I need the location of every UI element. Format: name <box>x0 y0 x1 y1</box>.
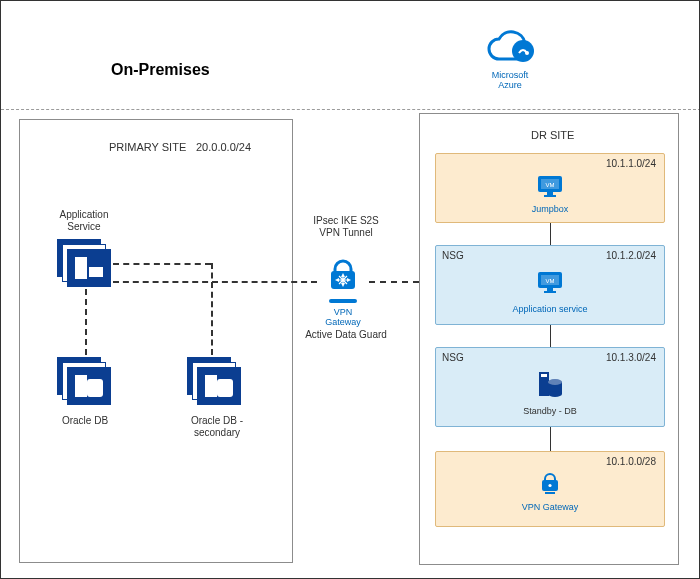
svg-text:VM: VM <box>546 278 555 284</box>
svg-rect-25 <box>545 492 555 494</box>
connector-app-to-secondary-v <box>211 263 213 355</box>
primary-site-cidr: 20.0.0.0/24 <box>196 141 251 153</box>
jumpbox-vm-icon: VM <box>535 172 565 204</box>
svg-rect-14 <box>547 288 553 291</box>
connector-app-to-db <box>85 289 87 355</box>
subnet-jumpbox-label: Jumpbox <box>436 204 664 214</box>
subnet-standby-label: Standby - DB <box>436 406 664 416</box>
primary-site-title: PRIMARY SITE <box>109 141 186 153</box>
svg-rect-18 <box>541 374 547 377</box>
connector-standby-to-vpn <box>550 427 551 451</box>
active-data-guard-label: Active Data Guard <box>301 329 391 340</box>
application-service-icon <box>57 239 111 287</box>
subnet-standby-db: NSG 10.1.3.0/24 Standby - DB <box>435 347 665 427</box>
subnet-standby-cidr: 10.1.3.0/24 <box>606 352 656 363</box>
vpn-gateway-icon <box>323 255 363 295</box>
oracle-db-secondary-label: Oracle DB - secondary <box>181 415 253 439</box>
standby-db-icon <box>535 368 565 402</box>
connector-vpn-to-dr <box>369 281 419 283</box>
application-service-label: Application Service <box>49 209 119 233</box>
svg-text:VM: VM <box>546 182 555 188</box>
subnet-jumpbox: 10.1.1.0/24 VM Jumpbox <box>435 153 665 223</box>
subnet-vpn-label: VPN Gateway <box>436 502 664 512</box>
oracle-db-secondary-icon <box>187 357 241 405</box>
svg-rect-15 <box>544 291 556 293</box>
svg-point-21 <box>548 391 562 397</box>
subnet-app-cidr: 10.1.2.0/24 <box>606 250 656 261</box>
vpn-gateway-mini-icon <box>537 470 563 498</box>
connector-app-to-secondary-h <box>113 263 211 265</box>
subnet-app-service: NSG 10.1.2.0/24 VM Application service <box>435 245 665 325</box>
connector-jumpbox-to-app <box>550 223 551 245</box>
onprem-heading: On-Premises <box>111 61 210 79</box>
vpn-gateway-center: VPN Gateway <box>317 255 369 327</box>
azure-cloud-icon <box>479 29 539 69</box>
svg-point-22 <box>548 379 562 385</box>
header-separator <box>1 109 700 110</box>
vpn-gateway-label: VPN Gateway <box>317 307 369 327</box>
svg-rect-9 <box>547 192 553 195</box>
diagram-canvas: On-Premises Microsoft Azure PRIMARY SITE… <box>0 0 700 579</box>
app-service-vm-icon: VM <box>535 268 565 300</box>
ipsec-tunnel-label: IPsec IKE S2S VPN Tunnel <box>311 215 381 239</box>
oracle-db-primary-icon <box>57 357 111 405</box>
primary-site-box <box>19 119 293 563</box>
svg-rect-10 <box>544 195 556 197</box>
svg-point-1 <box>525 51 529 55</box>
subnet-jumpbox-cidr: 10.1.1.0/24 <box>606 158 656 169</box>
connector-app-to-standby <box>550 325 551 347</box>
subnet-app-label: Application service <box>436 304 664 314</box>
svg-point-24 <box>548 484 551 487</box>
subnet-app-nsg: NSG <box>442 250 464 261</box>
subnet-vpn-cidr: 10.1.0.0/28 <box>606 456 656 467</box>
oracle-db-primary-label: Oracle DB <box>55 415 115 427</box>
connector-onprem-to-vpn <box>113 281 317 283</box>
dr-site-title: DR SITE <box>531 129 574 141</box>
azure-cloud-label: Microsoft Azure <box>490 71 530 91</box>
subnet-standby-nsg: NSG <box>442 352 464 363</box>
subnet-vpn-gateway: 10.1.0.0/28 VPN Gateway <box>435 451 665 527</box>
